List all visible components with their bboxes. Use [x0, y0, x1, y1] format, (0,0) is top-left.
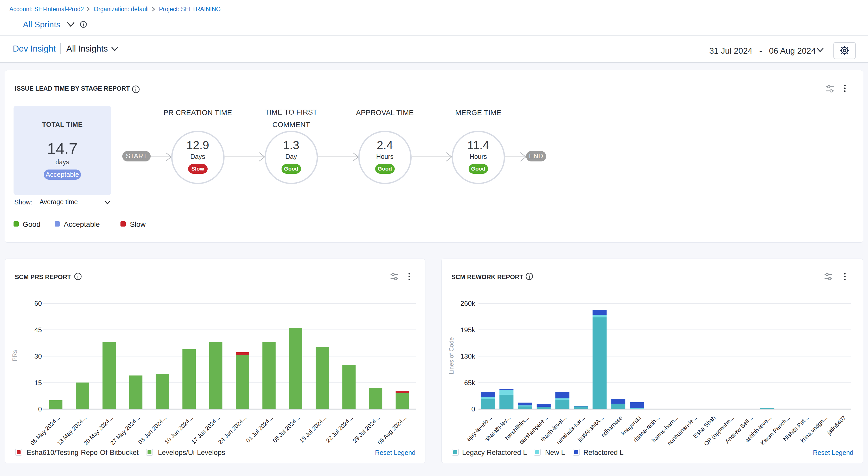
svg-text:130k: 130k: [461, 352, 475, 360]
svg-text:01 Jul 2024...: 01 Jul 2024...: [245, 415, 274, 444]
svg-text:08 Jul 2024...: 08 Jul 2024...: [272, 415, 301, 444]
svg-text:45: 45: [34, 326, 42, 334]
svg-text:15 Jul 2024...: 15 Jul 2024...: [298, 415, 328, 444]
svg-text:24 Jun 2024...: 24 Jun 2024...: [217, 415, 248, 446]
svg-text:30: 30: [34, 352, 42, 360]
svg-text:260k: 260k: [461, 299, 475, 307]
svg-text:195k: 195k: [461, 326, 475, 334]
svg-text:Lines of Code: Lines of Code: [448, 337, 455, 374]
svg-text:65k: 65k: [464, 379, 475, 387]
svg-text:10 Jun 2024...: 10 Jun 2024...: [164, 415, 195, 446]
svg-text:22 Jul 2024...: 22 Jul 2024...: [325, 415, 354, 444]
svg-text:15: 15: [34, 379, 42, 387]
svg-text:0: 0: [471, 405, 475, 413]
svg-text:60: 60: [34, 299, 42, 307]
svg-text:03 Jun 2024...: 03 Jun 2024...: [137, 415, 168, 446]
svg-text:05 Aug 2024...: 05 Aug 2024...: [376, 415, 407, 446]
svg-text:29 Jul 2024...: 29 Jul 2024...: [351, 415, 381, 444]
svg-text:17 Jun 2024...: 17 Jun 2024...: [190, 415, 221, 446]
svg-text:jatin6407: jatin6407: [826, 415, 847, 436]
svg-text:0: 0: [38, 405, 42, 413]
svg-text:PRs: PRs: [11, 350, 18, 361]
